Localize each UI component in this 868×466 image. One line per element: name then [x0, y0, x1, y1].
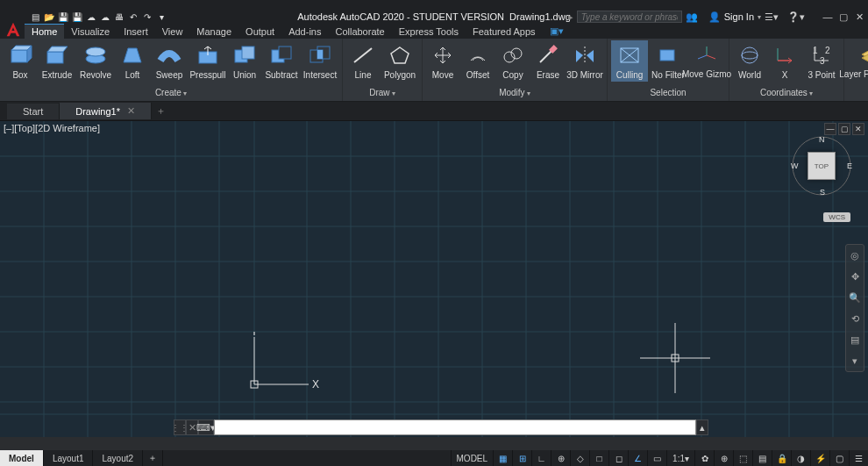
- clean-screen-icon[interactable]: ▢: [829, 450, 849, 466]
- viewport-maximize-icon[interactable]: ▢: [838, 123, 850, 135]
- hardware-accel-icon[interactable]: ⚡: [810, 450, 829, 466]
- maximize-button[interactable]: ▢: [838, 11, 849, 23]
- search-caret-icon[interactable]: ▸: [568, 11, 573, 23]
- autodesk-account-icon[interactable]: 👥: [686, 11, 698, 23]
- ribbon-tab-home[interactable]: Home: [25, 24, 64, 39]
- panel-layers-title[interactable]: Layers & View: [844, 88, 868, 101]
- panel-draw-title[interactable]: Draw: [343, 87, 422, 101]
- sweep-button[interactable]: Sweep: [151, 40, 188, 82]
- keyword-search-input[interactable]: [577, 11, 682, 23]
- viewport-minimize-icon[interactable]: —: [824, 123, 836, 135]
- qat-dropdown-icon[interactable]: ▾: [154, 11, 168, 23]
- layout-tab-layout2[interactable]: Layout2: [93, 450, 143, 466]
- qat-new-icon[interactable]: ▤: [28, 11, 42, 23]
- presspull-button[interactable]: Presspull: [189, 40, 226, 82]
- ribbon-tab-visualize[interactable]: Visualize: [64, 25, 117, 39]
- quick-properties-icon[interactable]: ▤: [752, 450, 772, 466]
- customize-status-icon[interactable]: ☰: [849, 450, 868, 466]
- line-button[interactable]: Line: [346, 40, 380, 82]
- dynamic-ucs-icon[interactable]: ∠: [628, 450, 647, 466]
- subtract-button[interactable]: Subtract: [263, 40, 300, 82]
- erase-button[interactable]: Erase: [531, 40, 565, 82]
- isoplane-toggle-icon[interactable]: ◇: [570, 450, 589, 466]
- navbar-more-icon[interactable]: ▾: [846, 350, 864, 371]
- command-line-grip-icon[interactable]: ⋮⋮: [174, 419, 186, 435]
- gizmo-button[interactable]: Move Gizmo: [688, 40, 725, 81]
- view-cube-face[interactable]: TOP: [808, 152, 836, 180]
- qat-cloud-open-icon[interactable]: ☁: [84, 11, 98, 23]
- layout-tab-add[interactable]: ＋: [143, 450, 163, 466]
- revolve-button[interactable]: Revolve: [77, 40, 114, 82]
- app-menu-button[interactable]: [2, 20, 25, 39]
- ribbon-tab-addins[interactable]: Add-ins: [281, 25, 328, 39]
- viewport-label[interactable]: [–][Top][2D Wireframe]: [4, 123, 100, 133]
- layout-tab-layout1[interactable]: Layout1: [44, 450, 94, 466]
- intersect-button[interactable]: Intersect: [302, 40, 338, 82]
- lock-ui-icon[interactable]: 🔒: [772, 450, 791, 466]
- panel-modify-title[interactable]: Modify: [423, 87, 607, 101]
- move-button[interactable]: Move: [426, 40, 459, 82]
- pan-icon[interactable]: ✥: [846, 266, 864, 287]
- close-tab-icon[interactable]: ✕: [127, 105, 135, 117]
- qat-open-icon[interactable]: 📂: [42, 11, 56, 23]
- qat-save-icon[interactable]: 💾: [56, 11, 70, 23]
- snap-toggle-icon[interactable]: ⊞: [512, 450, 531, 466]
- box-button[interactable]: Box: [4, 40, 37, 82]
- file-tab-start[interactable]: Start: [7, 104, 60, 119]
- command-line-prompt-icon[interactable]: ⌨▾: [198, 419, 214, 435]
- zoom-icon[interactable]: 🔍: [846, 287, 864, 308]
- ribbon-tab-collaborate[interactable]: Collaborate: [328, 25, 391, 39]
- qat-plot-icon[interactable]: 🖶: [112, 11, 126, 23]
- compass-e[interactable]: E: [847, 161, 852, 170]
- selection-cycling-icon[interactable]: ▭: [647, 450, 666, 466]
- compass-n[interactable]: N: [819, 135, 825, 144]
- ucs-x-button[interactable]: X: [768, 40, 801, 82]
- command-input[interactable]: [214, 419, 696, 435]
- copy-button[interactable]: Copy: [496, 40, 530, 82]
- drawing-viewport[interactable]: [–][Top][2D Wireframe] — ▢ ✕ X Y TOP N E…: [0, 121, 868, 437]
- ribbon-tab-more-icon[interactable]: ▣▾: [543, 24, 571, 39]
- ribbon-tab-express[interactable]: Express Tools: [392, 25, 466, 39]
- units-icon[interactable]: ⬚: [733, 450, 752, 466]
- ortho-toggle-icon[interactable]: ∟: [531, 450, 551, 466]
- ribbon-tab-view[interactable]: View: [155, 25, 190, 39]
- qat-cloud-save-icon[interactable]: ☁: [98, 11, 112, 23]
- help-icon[interactable]: ❔▾: [787, 11, 805, 23]
- ribbon-tab-featured[interactable]: Featured Apps: [466, 25, 543, 39]
- qat-saveas-icon[interactable]: 💾: [70, 11, 84, 23]
- culling-button[interactable]: Culling: [611, 40, 648, 82]
- compass-s[interactable]: S: [820, 188, 825, 197]
- ribbon-tab-output[interactable]: Output: [238, 25, 281, 39]
- ribbon-tab-insert[interactable]: Insert: [117, 25, 155, 39]
- view-cube[interactable]: TOP N E S W: [791, 135, 852, 197]
- world-button[interactable]: World: [733, 40, 766, 82]
- ribbon-tab-manage[interactable]: Manage: [189, 25, 238, 39]
- 3dosnap-toggle-icon[interactable]: ◻: [608, 450, 628, 466]
- offset-button[interactable]: Offset: [461, 40, 494, 82]
- layout-tab-model[interactable]: Model: [0, 450, 44, 466]
- panel-selection-title[interactable]: Selection: [608, 87, 729, 101]
- qat-undo-icon[interactable]: ↶: [126, 11, 140, 23]
- add-tab-button[interactable]: ＋: [152, 104, 171, 118]
- 3point-button[interactable]: 1233 Point: [803, 40, 840, 82]
- close-button[interactable]: ✕: [854, 11, 864, 23]
- orbit-icon[interactable]: ⟲: [846, 308, 864, 329]
- qat-redo-icon[interactable]: ↷: [140, 11, 154, 23]
- showmotion-icon[interactable]: ▤: [846, 329, 864, 350]
- viewport-close-icon[interactable]: ✕: [852, 123, 864, 135]
- navwheel-icon[interactable]: ◎: [846, 245, 864, 266]
- grid-toggle-icon[interactable]: ▦: [493, 450, 512, 466]
- polygon-button[interactable]: Polygon: [381, 40, 418, 82]
- exchange-apps-icon[interactable]: ☰▾: [765, 11, 779, 23]
- workspace-switch-icon[interactable]: ✿: [694, 450, 714, 466]
- minimize-button[interactable]: —: [822, 11, 833, 23]
- command-line-recent-icon[interactable]: ▴: [696, 419, 708, 435]
- wcs-button[interactable]: WCS: [823, 212, 850, 222]
- annotation-monitor-icon[interactable]: ⊕: [714, 450, 733, 466]
- compass-w[interactable]: W: [791, 161, 799, 170]
- isolate-icon[interactable]: ◑: [791, 450, 810, 466]
- osnap-toggle-icon[interactable]: □: [589, 450, 608, 466]
- loft-button[interactable]: Loft: [116, 40, 149, 82]
- model-space-button[interactable]: MODEL: [451, 450, 494, 466]
- layer-properties-button[interactable]: Layer Properties: [848, 40, 868, 88]
